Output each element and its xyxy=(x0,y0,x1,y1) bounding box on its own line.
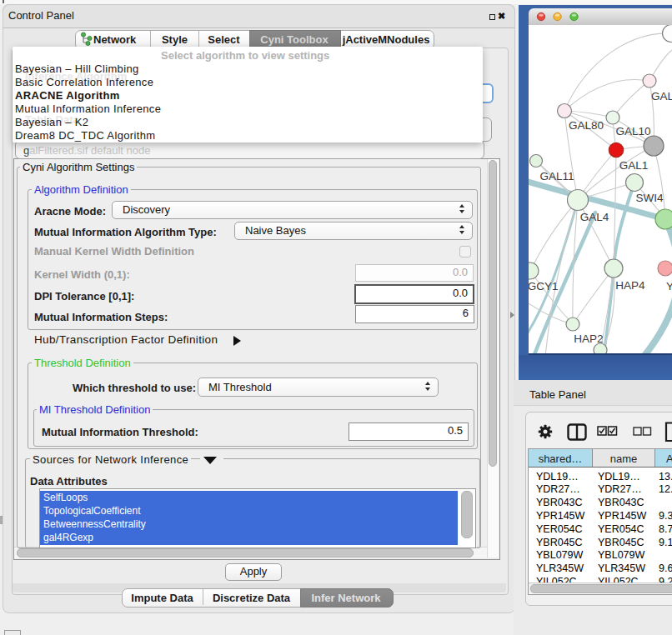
svg-text:GAL4: GAL4 xyxy=(580,211,609,223)
svg-text:GCY1: GCY1 xyxy=(529,280,558,292)
svg-text:SWI4: SWI4 xyxy=(635,192,663,204)
svg-text:HAP4: HAP4 xyxy=(615,279,645,292)
svg-text:GAL80: GAL80 xyxy=(569,119,604,132)
svg-text:Y: Y xyxy=(666,280,672,292)
svg-text:GAL10: GAL10 xyxy=(615,125,650,138)
svg-text:GAL11: GAL11 xyxy=(539,170,574,182)
svg-text:GAL: GAL xyxy=(651,90,672,102)
svg-text:GAL1: GAL1 xyxy=(619,159,649,172)
svg-text:HAP2: HAP2 xyxy=(574,332,603,345)
